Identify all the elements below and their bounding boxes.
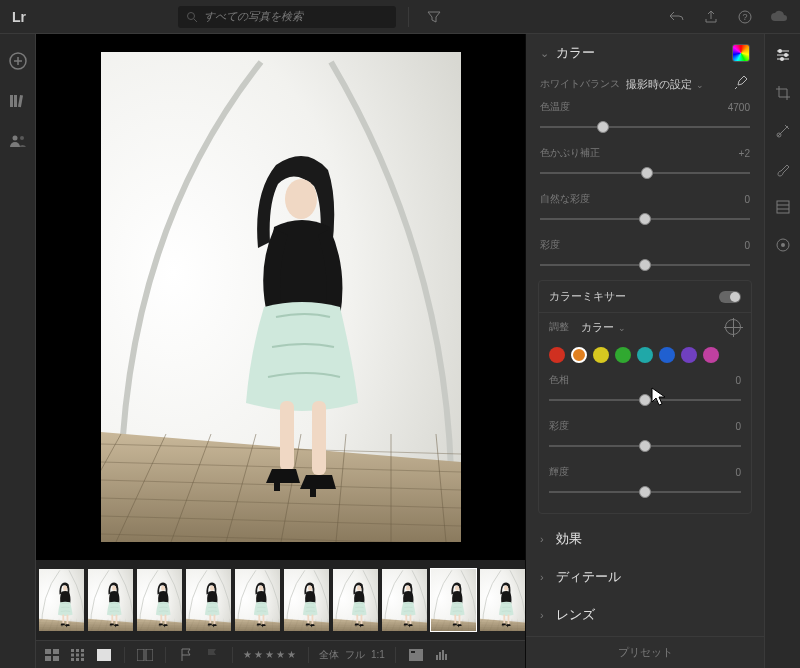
- filmstrip-thumb[interactable]: [283, 568, 330, 632]
- share-icon[interactable]: [698, 4, 724, 30]
- svg-point-118: [210, 586, 214, 591]
- tint-slider[interactable]: [540, 166, 750, 180]
- mixer-sat-value[interactable]: 0: [735, 421, 741, 432]
- color-swatch[interactable]: [549, 347, 565, 363]
- flag-icon[interactable]: [176, 646, 196, 664]
- reject-flag-icon[interactable]: [202, 646, 222, 664]
- svg-rect-169: [307, 625, 308, 626]
- svg-rect-268: [76, 649, 79, 652]
- filmstrip-thumb[interactable]: [38, 568, 85, 632]
- color-swatch[interactable]: [593, 347, 609, 363]
- filmstrip-thumb[interactable]: [430, 568, 477, 632]
- rating-stars[interactable]: ★★★★★: [243, 646, 298, 664]
- svg-point-291: [781, 243, 785, 247]
- color-section-header[interactable]: ⌄ カラー: [526, 34, 764, 72]
- saturation-slider[interactable]: [540, 258, 750, 272]
- svg-point-49: [63, 586, 67, 591]
- svg-rect-121: [209, 615, 211, 624]
- lens-section-header[interactable]: › レンズ: [526, 596, 764, 634]
- vibrance-slider[interactable]: [540, 212, 750, 226]
- presets-button[interactable]: プリセット: [526, 636, 764, 668]
- target-adjust-icon[interactable]: [725, 319, 741, 335]
- search-input[interactable]: すべての写真を検索: [178, 6, 396, 28]
- linear-gradient-icon[interactable]: [772, 196, 794, 218]
- tint-value[interactable]: +2: [739, 148, 750, 159]
- svg-rect-55: [66, 626, 67, 627]
- color-wheel-icon[interactable]: [732, 44, 750, 62]
- grid-view-icon[interactable]: [42, 646, 62, 664]
- photo-canvas[interactable]: [36, 34, 525, 560]
- crop-icon[interactable]: [772, 82, 794, 104]
- detail-title: ディテール: [556, 568, 621, 586]
- edit-sliders-icon[interactable]: [772, 44, 794, 66]
- svg-point-210: [406, 586, 410, 591]
- svg-rect-101: [164, 626, 165, 627]
- svg-rect-267: [71, 649, 74, 652]
- svg-point-141: [259, 586, 263, 591]
- effects-title: 効果: [556, 530, 582, 548]
- fit-all-label[interactable]: 全体: [319, 648, 339, 662]
- help-icon[interactable]: ?: [732, 4, 758, 30]
- adjust-dropdown[interactable]: カラー⌄: [581, 320, 626, 335]
- svg-rect-259: [503, 615, 505, 624]
- filmstrip-thumb[interactable]: [185, 568, 232, 632]
- color-swatch[interactable]: [703, 347, 719, 363]
- info-overlay-icon[interactable]: [406, 646, 426, 664]
- filter-icon[interactable]: [421, 4, 447, 30]
- saturation-value[interactable]: 0: [744, 240, 750, 251]
- svg-rect-266: [53, 656, 59, 661]
- fit-fill-label[interactable]: フル: [345, 648, 365, 662]
- library-icon[interactable]: [7, 90, 29, 112]
- filmstrip-thumb[interactable]: [381, 568, 428, 632]
- tool-strip: [764, 34, 800, 668]
- vibrance-label: 自然な彩度: [540, 192, 590, 206]
- hue-value[interactable]: 0: [735, 375, 741, 386]
- svg-rect-77: [111, 625, 112, 626]
- svg-rect-272: [81, 653, 84, 656]
- radial-gradient-icon[interactable]: [772, 234, 794, 256]
- lens-title: レンズ: [556, 606, 595, 624]
- fit-oneone-label[interactable]: 1:1: [371, 649, 385, 660]
- undo-icon[interactable]: [664, 4, 690, 30]
- filmstrip-thumb[interactable]: [234, 568, 281, 632]
- temp-value[interactable]: 4700: [728, 102, 750, 113]
- histogram-icon[interactable]: [432, 646, 452, 664]
- add-photo-icon[interactable]: [7, 50, 29, 72]
- svg-rect-145: [263, 615, 265, 625]
- compare-icon[interactable]: [135, 646, 155, 664]
- heal-icon[interactable]: [772, 120, 794, 142]
- mixer-toggle[interactable]: [719, 291, 741, 303]
- svg-rect-276: [97, 649, 111, 661]
- temp-slider[interactable]: [540, 120, 750, 134]
- single-view-icon[interactable]: [94, 646, 114, 664]
- color-swatch[interactable]: [659, 347, 675, 363]
- bottom-toolbar: ★★★★★ 全体 フル 1:1: [36, 640, 525, 668]
- effects-section-header[interactable]: › 効果: [526, 520, 764, 558]
- color-swatch[interactable]: [637, 347, 653, 363]
- vibrance-value[interactable]: 0: [744, 194, 750, 205]
- people-icon[interactable]: [7, 130, 29, 152]
- wb-dropdown[interactable]: 撮影時の設定⌄: [626, 77, 704, 92]
- svg-rect-215: [405, 625, 406, 626]
- svg-rect-281: [436, 655, 438, 660]
- filmstrip-thumb[interactable]: [332, 568, 379, 632]
- color-swatch[interactable]: [615, 347, 631, 363]
- lum-value[interactable]: 0: [735, 467, 741, 478]
- filmstrip[interactable]: [36, 560, 525, 640]
- small-grid-icon[interactable]: [68, 646, 88, 664]
- svg-point-8: [12, 136, 17, 141]
- filmstrip-thumb[interactable]: [479, 568, 525, 632]
- hue-slider[interactable]: [549, 393, 741, 407]
- filmstrip-thumb[interactable]: [87, 568, 134, 632]
- lum-slider[interactable]: [549, 485, 741, 499]
- brush-icon[interactable]: [772, 158, 794, 180]
- cloud-icon[interactable]: [766, 4, 792, 30]
- svg-rect-263: [45, 649, 51, 654]
- eyedropper-icon[interactable]: [734, 76, 750, 92]
- svg-rect-146: [258, 625, 259, 626]
- detail-section-header[interactable]: › ディテール: [526, 558, 764, 596]
- color-swatch[interactable]: [681, 347, 697, 363]
- color-swatch[interactable]: [571, 347, 587, 363]
- mixer-sat-slider[interactable]: [549, 439, 741, 453]
- filmstrip-thumb[interactable]: [136, 568, 183, 632]
